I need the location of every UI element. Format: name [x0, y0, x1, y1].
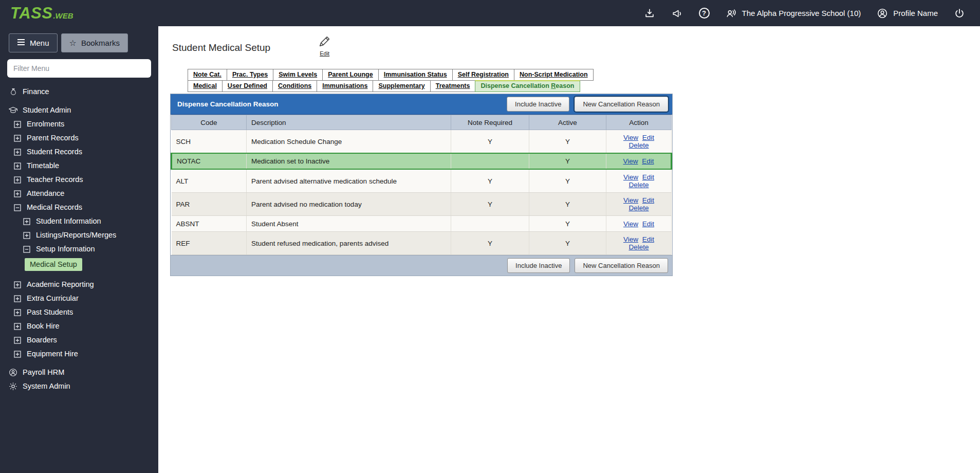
bookmarks-tab-label: Bookmarks	[81, 39, 120, 47]
new-cancellation-reason-button-footer[interactable]: New Cancellation Reason	[575, 258, 668, 273]
tab-note-cat[interactable]: Note Cat.	[188, 69, 227, 81]
sidebar-item-label: Setup Information	[36, 244, 95, 254]
tab-non-script-medication[interactable]: Non-Script Medication	[514, 69, 594, 81]
sidebar-item-attendance[interactable]: Attendance	[0, 187, 158, 201]
note-required-cell: Y	[451, 232, 529, 255]
edit-link[interactable]: Edit	[642, 157, 654, 165]
star-icon: ☆	[69, 39, 77, 47]
include-inactive-button-footer[interactable]: Include Inactive	[507, 258, 570, 273]
sidebar-item-label: Past Students	[27, 307, 73, 317]
tab-swim-levels[interactable]: Swim Levels	[273, 69, 323, 81]
cancellation-reasons-table: CodeDescriptionNote RequiredActiveAction…	[171, 115, 672, 255]
sidebar-item-finance[interactable]: Finance	[0, 85, 158, 99]
code-cell: ABSNT	[172, 216, 247, 232]
tabs-row-2: MedicalUser DefinedConditionsImmunisatio…	[188, 80, 673, 92]
new-cancellation-reason-button[interactable]: New Cancellation Reason	[575, 97, 668, 112]
sidebar-item-boarders[interactable]: Boarders	[0, 333, 158, 347]
panel-header: Dispense Cancellation Reason Include Ina…	[171, 94, 672, 115]
panel-footer: Include Inactive New Cancellation Reason	[171, 255, 672, 276]
note-required-cell: Y	[451, 130, 529, 154]
sidebar-item-label: Medical Setup	[25, 258, 82, 271]
download-icon[interactable]	[643, 7, 656, 20]
active-cell: Y	[529, 232, 606, 255]
tab-immunisation-status[interactable]: Immunisation Status	[378, 69, 453, 81]
sidebar-item-teacher-records[interactable]: Teacher Records	[0, 173, 158, 187]
school-name: The Alpha Progressive School (10)	[742, 9, 861, 17]
sidebar-item-parent-records[interactable]: Parent Records	[0, 131, 158, 145]
table-body: SCHMedication Schedule ChangeYYView Edit…	[172, 130, 672, 255]
tab-conditions[interactable]: Conditions	[272, 80, 317, 92]
view-link[interactable]: View	[623, 196, 638, 204]
sidebar-item-past-students[interactable]: Past Students	[0, 305, 158, 319]
tab-immunisations[interactable]: Immunisations	[317, 80, 373, 92]
menu-filter-input[interactable]	[7, 59, 151, 78]
help-icon[interactable]: ?	[699, 8, 710, 19]
logout-icon[interactable]	[953, 7, 966, 20]
person-circle-icon	[8, 368, 18, 377]
sidebar-item-academic-reporting[interactable]: Academic Reporting	[0, 278, 158, 292]
tab-prac-types[interactable]: Prac. Types	[227, 69, 273, 81]
sidebar-item-label: Attendance	[27, 189, 64, 198]
profile-menu[interactable]: Profile Name	[876, 7, 938, 20]
tab-user-defined[interactable]: User Defined	[222, 80, 273, 92]
plus-box-icon	[22, 232, 31, 239]
active-cell: Y	[529, 169, 606, 193]
view-link[interactable]: View	[623, 134, 638, 141]
tass-logo: TASS .WEB	[10, 5, 73, 21]
sidebar-item-listings-reports-merges[interactable]: Listings/Reports/Merges	[0, 228, 158, 242]
active-cell: Y	[529, 193, 606, 216]
include-inactive-button[interactable]: Include Inactive	[507, 97, 569, 112]
delete-link[interactable]: Delete	[628, 204, 649, 212]
sidebar-item-setup-information[interactable]: Setup Information	[0, 242, 158, 256]
edit-link[interactable]: Edit	[642, 220, 654, 228]
description-cell: Student Absent	[247, 216, 451, 232]
sidebar-tabs: Menu ☆ Bookmarks	[0, 26, 158, 52]
bookmarks-tab[interactable]: ☆ Bookmarks	[61, 33, 128, 52]
view-link[interactable]: View	[623, 157, 638, 165]
edit-link[interactable]: Edit	[642, 134, 654, 141]
edit-link[interactable]: Edit	[642, 196, 654, 204]
tab-supplementary[interactable]: Supplementary	[373, 80, 430, 92]
edit-link[interactable]: Edit	[642, 235, 654, 243]
tab-parent-lounge[interactable]: Parent Lounge	[322, 69, 379, 81]
delete-link[interactable]: Delete	[628, 181, 649, 189]
sidebar-item-system-admin[interactable]: System Admin	[0, 379, 158, 393]
edit-link[interactable]: Edit	[642, 173, 654, 181]
delete-link[interactable]: Delete	[628, 243, 649, 251]
sidebar-item-medical-records[interactable]: Medical Records	[0, 201, 158, 214]
sidebar-item-book-hire[interactable]: Book Hire	[0, 319, 158, 333]
sidebar-item-label: Parent Records	[27, 133, 79, 143]
hamburger-icon	[17, 39, 25, 47]
active-cell: Y	[529, 216, 606, 232]
sidebar-item-student-admin[interactable]: Student Admin	[0, 103, 158, 117]
minus-box-icon	[12, 204, 22, 211]
sidebar-item-student-information[interactable]: Student Information	[0, 214, 158, 228]
tab-treatments[interactable]: Treatments	[430, 80, 476, 92]
sidebar-item-label: Student Admin	[23, 105, 71, 115]
column-header-code: Code	[172, 115, 247, 130]
money-bag-icon	[8, 87, 18, 97]
plus-box-icon	[12, 337, 22, 344]
sidebar-item-equipment-hire[interactable]: Equipment Hire	[0, 347, 158, 361]
tab-self-registration[interactable]: Self Registration	[452, 69, 514, 81]
view-link[interactable]: View	[623, 220, 638, 228]
sidebar-item-extra-curricular[interactable]: Extra Curricular	[0, 292, 158, 305]
sidebar-item-student-records[interactable]: Student Records	[0, 145, 158, 159]
edit-action[interactable]: Edit	[318, 34, 331, 57]
description-cell: Parent advised no medication today	[247, 193, 451, 216]
view-link[interactable]: View	[623, 173, 638, 181]
tab-dispense-cancellation-reason[interactable]: Dispense Cancellation Reason	[475, 80, 580, 92]
sidebar-item-timetable[interactable]: Timetable	[0, 159, 158, 173]
view-link[interactable]: View	[623, 235, 638, 243]
delete-link[interactable]: Delete	[628, 141, 649, 149]
sidebar-item-medical-setup[interactable]: Medical Setup	[0, 256, 158, 273]
main-content: Student Medical Setup Edit Note Cat.Prac…	[158, 26, 980, 473]
reason-row-ref: REFStudent refused medication, parents a…	[172, 232, 672, 255]
menu-tab[interactable]: Menu	[9, 33, 58, 52]
announcements-icon[interactable]	[671, 7, 683, 20]
sidebar-item-enrolments[interactable]: Enrolments	[0, 117, 158, 131]
school-selector[interactable]: The Alpha Progressive School (10)	[725, 7, 861, 20]
sidebar-item-payroll-hrm[interactable]: Payroll HRM	[0, 366, 158, 379]
active-cell: Y	[529, 153, 606, 169]
tab-medical[interactable]: Medical	[188, 80, 223, 92]
